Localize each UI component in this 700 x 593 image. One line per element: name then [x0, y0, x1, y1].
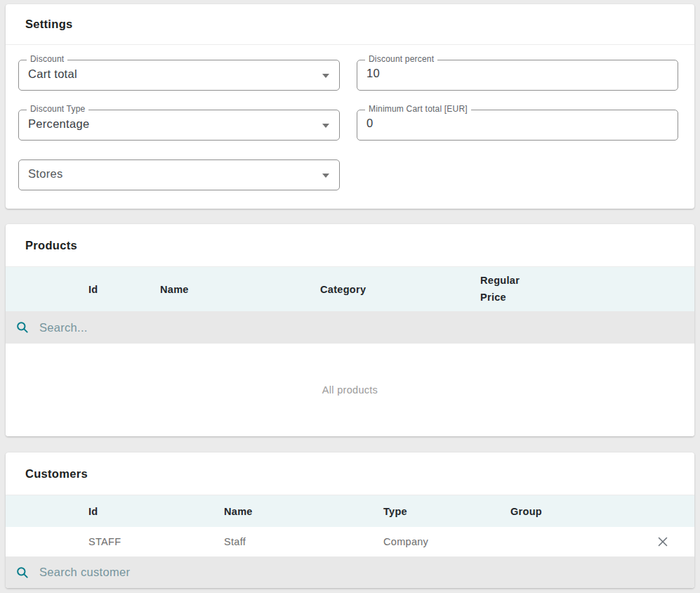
products-column-category: Category: [313, 284, 473, 295]
search-icon: [15, 320, 29, 334]
customers-column-id: Id: [81, 506, 217, 517]
page: Settings Discount Cart total Discount pe…: [0, 0, 700, 593]
discount-percent-label: Discount percent: [365, 54, 437, 64]
minimum-cart-total-field: Minimum Cart total [EUR]: [357, 110, 678, 141]
products-header: Products: [6, 224, 694, 267]
customers-column-group: Group: [503, 506, 631, 517]
customers-column-name: Name: [217, 506, 376, 517]
discount-type-select-label: Discount Type: [27, 104, 88, 114]
close-icon: [656, 535, 669, 548]
products-card-title: Products: [25, 239, 77, 252]
form-grid-spacer: [357, 159, 678, 190]
discount-percent-field: Discount percent: [357, 60, 678, 91]
minimum-cart-total-label: Minimum Cart total [EUR]: [365, 104, 471, 114]
discount-type-select[interactable]: Discount Type Percentage: [18, 110, 340, 141]
settings-card: Settings Discount Cart total Discount pe…: [6, 4, 694, 209]
settings-card-title: Settings: [25, 18, 73, 31]
discount-select[interactable]: Discount Cart total: [18, 60, 340, 91]
products-empty-state: All products: [6, 344, 694, 436]
customer-cell-actions: [631, 532, 694, 552]
chevron-down-icon: [322, 174, 329, 178]
products-empty-text: All products: [322, 384, 378, 396]
products-column-name: Name: [153, 284, 313, 295]
customers-card-title: Customers: [25, 467, 88, 481]
customers-search-row: [6, 556, 694, 588]
discount-percent-input[interactable]: [357, 67, 649, 84]
settings-header: Settings: [6, 4, 694, 45]
customers-header: Customers: [6, 452, 694, 495]
customers-search-input[interactable]: [39, 566, 694, 579]
products-card: Products Id Name Category Regular Price …: [6, 224, 694, 436]
stores-select[interactable]: Stores: [18, 159, 340, 190]
products-column-id: Id: [81, 284, 153, 295]
discount-select-label: Discount: [27, 54, 67, 64]
products-search-row: [6, 311, 694, 344]
settings-form: Discount Cart total Discount percent Dis…: [6, 45, 694, 190]
customers-card: Customers Id Name Type Group STAFF Staff…: [6, 452, 694, 588]
customer-cell-id: STAFF: [81, 536, 217, 547]
stores-select-label: Stores: [19, 167, 63, 183]
chevron-down-icon: [322, 124, 329, 128]
minimum-cart-total-input[interactable]: [357, 117, 649, 134]
products-column-regular-price: Regular Price: [473, 273, 694, 306]
customer-cell-type: Company: [376, 536, 503, 547]
remove-customer-button[interactable]: [653, 532, 673, 552]
discount-type-select-value: Percentage: [19, 117, 89, 133]
customer-row: STAFF Staff Company: [6, 527, 694, 556]
customer-cell-name: Staff: [217, 536, 376, 547]
customers-table-header: Id Name Type Group: [6, 495, 694, 527]
products-search-input[interactable]: [39, 321, 694, 334]
search-icon: [15, 566, 29, 580]
chevron-down-icon: [322, 74, 329, 78]
discount-select-value: Cart total: [19, 67, 77, 83]
products-table-header: Id Name Category Regular Price: [6, 267, 694, 311]
customers-column-type: Type: [376, 506, 503, 517]
